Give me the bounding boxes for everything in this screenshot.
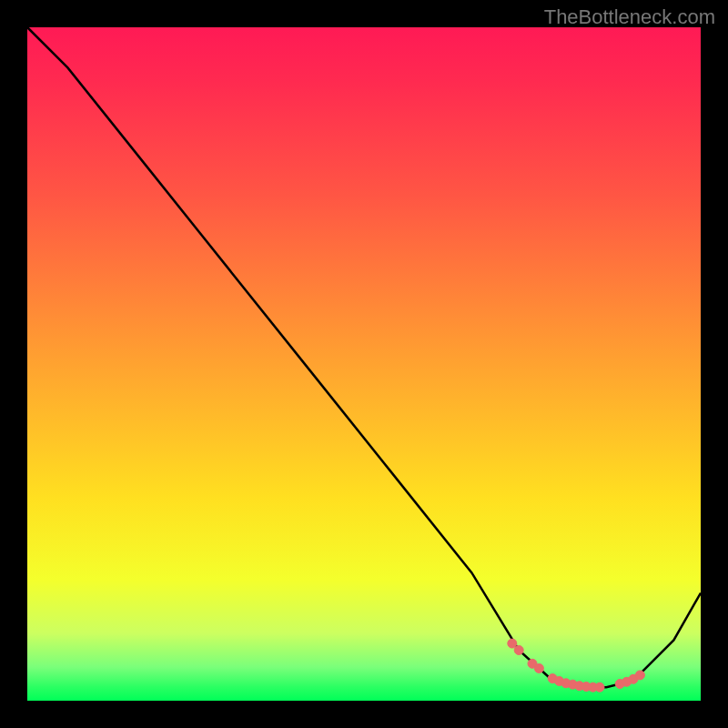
curve-marker <box>514 646 523 655</box>
curve-marker <box>635 671 644 680</box>
watermark-text: TheBottleneck.com <box>544 5 715 29</box>
curve-marker <box>534 664 543 673</box>
bottleneck-curve <box>27 27 701 687</box>
chart-svg <box>27 27 701 701</box>
curve-marker <box>595 682 604 692</box>
curve-markers <box>508 639 645 692</box>
curve-marker <box>508 639 517 648</box>
